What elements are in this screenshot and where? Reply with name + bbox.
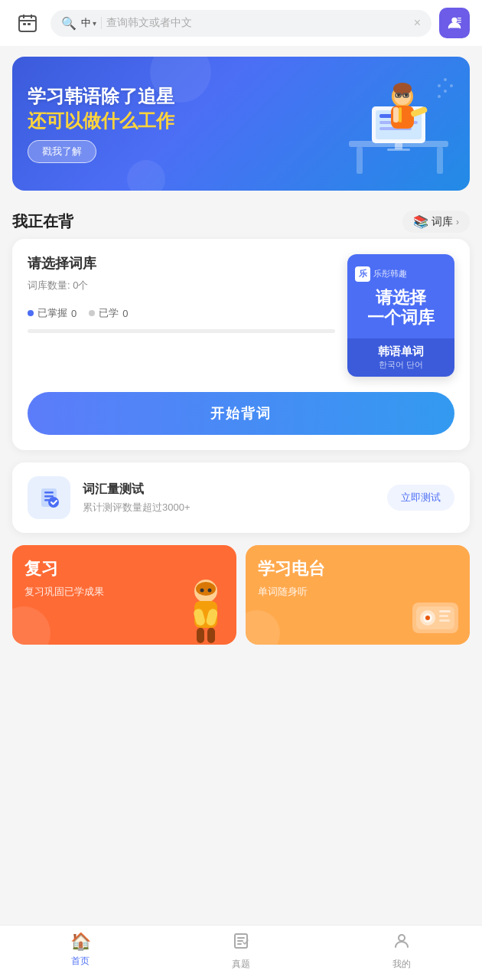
search-bar[interactable]: 🔍 中 ▾ 查询韩文或者中文 × [50, 10, 432, 37]
svg-point-33 [444, 78, 447, 81]
section-header: 我正在背 📚 词库 › [0, 201, 482, 239]
learned-text: 已学 [99, 306, 119, 320]
lang-selector[interactable]: 中 ▾ [81, 16, 96, 30]
svg-point-43 [196, 582, 216, 596]
svg-point-34 [444, 90, 447, 93]
search-divider [101, 17, 102, 29]
svg-point-49 [200, 589, 204, 593]
svg-rect-58 [439, 619, 450, 622]
avatar-menu-btn[interactable] [439, 8, 470, 38]
radio-circle-decor [246, 610, 280, 645]
top-bar: 🔍 中 ▾ 查询韩文或者中文 × [0, 0, 482, 46]
review-illustration [171, 576, 236, 645]
svg-rect-47 [197, 628, 204, 643]
search-placeholder: 查询韩文或者中文 [106, 16, 409, 30]
learned-dot [89, 310, 95, 316]
vocab-card-preview[interactable]: 乐 乐彤韩趣 请选择 一个词库 韩语单词 한국어 단어 [347, 254, 454, 377]
banner-title1: 学习韩语除了追星 [28, 84, 326, 108]
test-info: 词汇量测试 累计测评数量超过3000+ [83, 482, 375, 514]
bottom-cards-grid: 复习 复习巩固已学成果 学习电台 单词随身听 [12, 545, 470, 645]
study-card: 请选择词库 词库数量: 0个 已掌握 0 已学 0 [12, 239, 470, 450]
vocab-app-icon: 乐 [355, 266, 370, 282]
vocab-library-btn[interactable]: 📚 词库 › [402, 211, 470, 233]
vocab-card-app-row: 乐 乐彤韩趣 [355, 266, 447, 282]
vocab-card-sub: 한국어 단어 [379, 359, 423, 371]
study-card-inner: 请选择词库 词库数量: 0个 已掌握 0 已学 0 [28, 254, 454, 377]
profile-icon [392, 932, 411, 955]
learned-val: 0 [122, 308, 128, 319]
clear-search-btn[interactable]: × [414, 16, 421, 30]
banner-illustration [326, 64, 454, 183]
section-title: 我正在背 [12, 211, 73, 232]
radio-illustration [405, 591, 470, 645]
banner-cta-btn[interactable]: 戳我了解 [28, 140, 96, 163]
svg-rect-38 [44, 492, 54, 494]
tab-bar: 🏠 首页 真题 我的 [0, 925, 482, 980]
svg-rect-30 [399, 107, 402, 122]
tab-home[interactable]: 🏠 首页 [0, 932, 161, 971]
svg-rect-12 [437, 147, 443, 174]
vocab-arrow-icon: › [456, 217, 459, 227]
tab-home-label: 首页 [71, 955, 90, 968]
vocab-btn-label: 词库 [432, 215, 453, 229]
svg-point-41 [48, 497, 59, 508]
svg-point-55 [425, 616, 430, 620]
svg-point-60 [399, 935, 405, 941]
svg-rect-16 [387, 149, 410, 151]
tab-exam-label: 真题 [232, 958, 250, 971]
review-card[interactable]: 复习 复习巩固已学成果 [12, 545, 236, 645]
test-now-btn[interactable]: 立即测试 [387, 485, 454, 511]
test-card: 词汇量测试 累计测评数量超过3000+ 立即测试 [12, 462, 470, 533]
svg-rect-48 [207, 628, 215, 643]
test-card-title: 词汇量测试 [83, 482, 375, 498]
test-icon-wrap [28, 476, 70, 519]
banner-text: 学习韩语除了追星 还可以做什么工作 戳我了解 [28, 84, 326, 162]
svg-point-6 [451, 18, 457, 23]
svg-rect-5 [28, 23, 31, 25]
mastered-dot [28, 310, 34, 316]
svg-rect-11 [357, 147, 363, 174]
vocab-card-select-text: 请选择 一个词库 [367, 288, 435, 328]
search-icon: 🔍 [61, 16, 77, 31]
tab-profile-label: 我的 [392, 958, 411, 971]
svg-rect-29 [393, 107, 399, 122]
study-card-left: 请选择词库 词库数量: 0个 已掌握 0 已学 0 [28, 254, 335, 333]
lang-label: 中 [81, 16, 91, 30]
svg-point-35 [438, 95, 441, 98]
svg-rect-15 [395, 143, 402, 149]
svg-rect-4 [23, 23, 26, 25]
calendar-btn[interactable] [12, 8, 43, 38]
review-circle-decor [12, 606, 50, 645]
mastered-val: 0 [71, 308, 77, 319]
progress-row: 已掌握 0 已学 0 [28, 306, 335, 320]
mastered-label: 已掌握 0 [28, 306, 77, 320]
banner: 学习韩语除了追星 还可以做什么工作 戳我了解 [12, 57, 470, 191]
home-icon: 🏠 [70, 932, 91, 952]
progress-bar [28, 329, 335, 333]
radio-card[interactable]: 学习电台 单词随身听 [246, 545, 470, 645]
svg-rect-57 [439, 615, 448, 617]
exam-icon [232, 932, 250, 955]
svg-rect-56 [439, 610, 451, 612]
vocab-app-name: 乐彤韩趣 [373, 268, 407, 279]
radio-card-title: 学习电台 [258, 557, 458, 580]
vocab-card-label: 韩语单词 [378, 345, 424, 359]
test-card-subtitle: 累计测评数量超过3000+ [83, 501, 375, 514]
banner-decor2 [127, 160, 165, 191]
learned-label: 已学 0 [89, 306, 128, 320]
study-card-title: 请选择词库 [28, 254, 335, 273]
vocab-card-top: 乐 乐彤韩趣 请选择 一个词库 [347, 254, 454, 338]
test-icon [37, 485, 61, 510]
vocab-card-bottom: 韩语单词 한국어 단어 [347, 338, 454, 377]
banner-title2: 还可以做什么工作 [28, 109, 326, 132]
tab-exam[interactable]: 真题 [161, 932, 321, 971]
svg-point-50 [208, 589, 212, 593]
lang-arrow-icon: ▾ [93, 19, 96, 28]
svg-point-32 [438, 84, 441, 87]
mastered-text: 已掌握 [37, 306, 67, 320]
study-count-label: 词库数量: 0个 [28, 279, 335, 292]
svg-rect-39 [44, 495, 54, 498]
tab-profile[interactable]: 我的 [321, 932, 482, 971]
start-vocab-btn[interactable]: 开始背词 [28, 392, 454, 435]
svg-point-36 [450, 84, 453, 87]
